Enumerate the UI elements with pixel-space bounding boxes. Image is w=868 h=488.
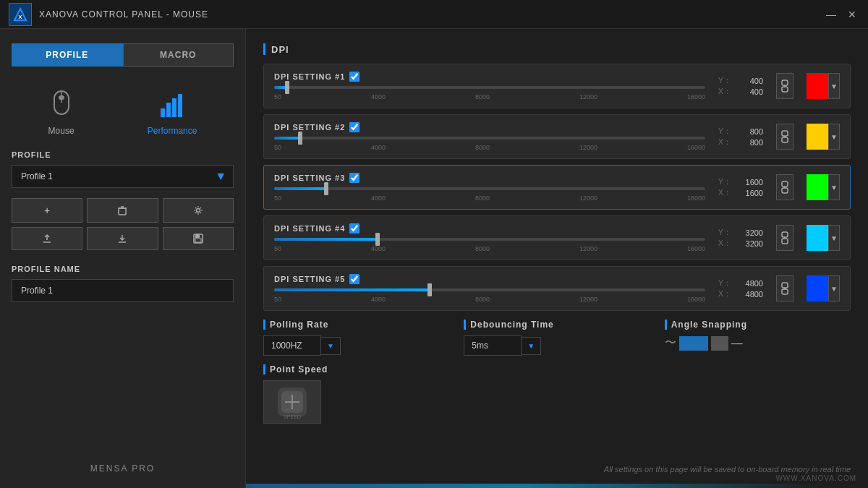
tab-macro[interactable]: MACRO (123, 43, 234, 67)
svg-text:X: X (18, 14, 22, 20)
svg-rect-30 (782, 239, 788, 244)
sidebar-item-performance[interactable]: Performance (148, 88, 197, 136)
dpi-header-1: DPI SETTING #1 (274, 72, 705, 82)
dpi-checkbox-2[interactable] (349, 122, 359, 132)
dpi-color-arrow-4[interactable]: ▼ (828, 225, 840, 251)
svg-point-12 (196, 209, 200, 213)
dpi-values-5: Y： 4800 X： 4800 (712, 278, 763, 299)
app-logo: X (9, 3, 32, 26)
sidebar: PROFILE MACRO Mouse Performa (0, 29, 246, 488)
svg-rect-8 (178, 94, 182, 117)
point-speed-thumb: SPEED (263, 380, 321, 424)
debouncing-title: Debouncing Time (464, 320, 650, 330)
angle-snap-indicator[interactable] (679, 336, 708, 351)
dpi-slider-visual-1 (274, 86, 705, 89)
debouncing-arrow: ▼ (522, 337, 541, 355)
profile-name-label: PROFILE NAME (12, 265, 234, 273)
dpi-link-btn-5[interactable] (776, 275, 793, 301)
download-icon (117, 234, 127, 244)
save-profile-button[interactable] (163, 227, 234, 250)
dpi-section-title: DPI (263, 43, 851, 55)
link-icon-4 (780, 231, 789, 245)
svg-rect-20 (782, 80, 788, 85)
debouncing-select[interactable]: 1ms 2ms 5ms 10ms (464, 335, 522, 356)
trash-icon (117, 205, 127, 215)
dpi-link-btn-4[interactable] (776, 225, 793, 251)
polling-rate-select[interactable]: 125HZ 250HZ 500HZ 1000HZ (263, 335, 321, 356)
dpi-values-1: Y： 400 X： 400 (712, 75, 763, 97)
gear-icon (193, 205, 203, 215)
dpi-slider-thumb-2[interactable] (298, 132, 302, 145)
dpi-color-arrow-2[interactable]: ▼ (828, 124, 840, 150)
dpi-checkbox-5[interactable] (349, 274, 359, 284)
svg-rect-29 (782, 232, 788, 237)
dpi-slider-thumb-4[interactable] (375, 233, 380, 246)
icon-row: Mouse Performance (12, 88, 234, 136)
dpi-values-4: Y： 3200 X： 3200 (712, 227, 763, 249)
profile-name-input[interactable] (12, 279, 234, 302)
dpi-color-swatch-2[interactable] (807, 124, 828, 150)
dpi-row-left-5: DPI SETTING #5 50400080001200016000 (274, 274, 705, 303)
dpi-color-swatch-3[interactable] (807, 174, 828, 200)
link-icon-2 (780, 129, 789, 144)
dpi-color-arrow-5[interactable]: ▼ (828, 275, 840, 301)
dpi-slider-thumb-3[interactable] (324, 182, 328, 195)
dpi-slider-bg-2 (274, 137, 705, 140)
dpi-checkbox-1[interactable] (349, 72, 359, 82)
dpi-row-4: DPI SETTING #4 50400080001200016000 Y： 3… (263, 215, 851, 260)
dpi-color-swatch-4[interactable] (807, 225, 828, 251)
dpi-slider-labels-1: 50400080001200016000 (274, 93, 705, 100)
dpi-color-arrow-3[interactable]: ▼ (828, 174, 840, 200)
performance-icon (159, 88, 185, 120)
dpi-checkbox-4[interactable] (349, 223, 359, 234)
dpi-y-row-2: Y： 800 (718, 126, 763, 137)
dpi-y-row-4: Y： 3200 (718, 227, 763, 238)
svg-rect-24 (782, 137, 788, 142)
window-title: XANOVA CONTROL PANEL - MOUSE (39, 9, 823, 20)
svg-rect-32 (782, 283, 788, 288)
main-content: DPI DPI SETTING #1 50400080001200016000 … (246, 29, 868, 488)
dpi-color-swatch-5[interactable] (807, 275, 828, 301)
polling-rate-title: Polling Rate (263, 320, 449, 330)
dpi-x-row-4: X： 3200 (718, 238, 763, 249)
angle-snapping-section: Angle Snapping 〜 — (665, 320, 851, 356)
angle-snap-minus[interactable]: — (731, 337, 743, 350)
dpi-row-2: DPI SETTING #2 50400080001200016000 Y： 8… (263, 114, 851, 159)
dpi-slider-labels-2: 50400080001200016000 (274, 144, 705, 151)
export-profile-button[interactable] (12, 227, 82, 250)
link-icon-1 (780, 79, 789, 93)
link-icon-5 (780, 281, 789, 296)
minimize-button[interactable]: — (823, 9, 839, 20)
dpi-color-swatch-1[interactable] (807, 73, 828, 99)
dpi-header-4: DPI SETTING #4 (274, 223, 705, 234)
dpi-name-1: DPI SETTING #1 (274, 72, 345, 81)
profile-section-label: PROFILE (12, 150, 234, 159)
close-button[interactable]: ✕ (845, 9, 859, 20)
dpi-x-row-2: X： 800 (718, 137, 763, 147)
import-profile-button[interactable] (87, 227, 158, 250)
dpi-name-5: DPI SETTING #5 (274, 275, 345, 283)
svg-rect-26 (782, 181, 788, 187)
svg-text:SPEED: SPEED (284, 414, 301, 419)
dpi-slider-thumb-5[interactable] (427, 283, 432, 296)
add-profile-button[interactable]: + (12, 198, 82, 223)
dpi-link-btn-3[interactable] (776, 174, 793, 200)
tab-profile[interactable]: PROFILE (12, 43, 123, 67)
dpi-slider-thumb-1[interactable] (285, 81, 289, 94)
dpi-link-btn-1[interactable] (776, 73, 793, 99)
performance-label: Performance (148, 126, 197, 136)
delete-profile-button[interactable] (87, 198, 158, 223)
bottom-settings-grid: Polling Rate 125HZ 250HZ 500HZ 1000HZ ▼ … (263, 320, 851, 356)
svg-rect-6 (166, 103, 171, 117)
settings-profile-button[interactable] (163, 198, 234, 223)
dpi-link-btn-2[interactable] (776, 124, 793, 150)
dpi-color-arrow-1[interactable]: ▼ (828, 73, 840, 99)
svg-rect-9 (119, 208, 126, 215)
dpi-row-left-1: DPI SETTING #1 50400080001200016000 (274, 72, 705, 100)
dpi-checkbox-3[interactable] (349, 173, 359, 183)
sidebar-item-mouse[interactable]: Mouse (48, 88, 75, 136)
dpi-name-2: DPI SETTING #2 (274, 123, 345, 132)
profile-select[interactable]: Profile 1 Profile 2 Profile 3 (12, 165, 234, 188)
dpi-values-3: Y： 1600 X： 1600 (712, 176, 763, 198)
dpi-slider-fill-4 (274, 238, 378, 241)
